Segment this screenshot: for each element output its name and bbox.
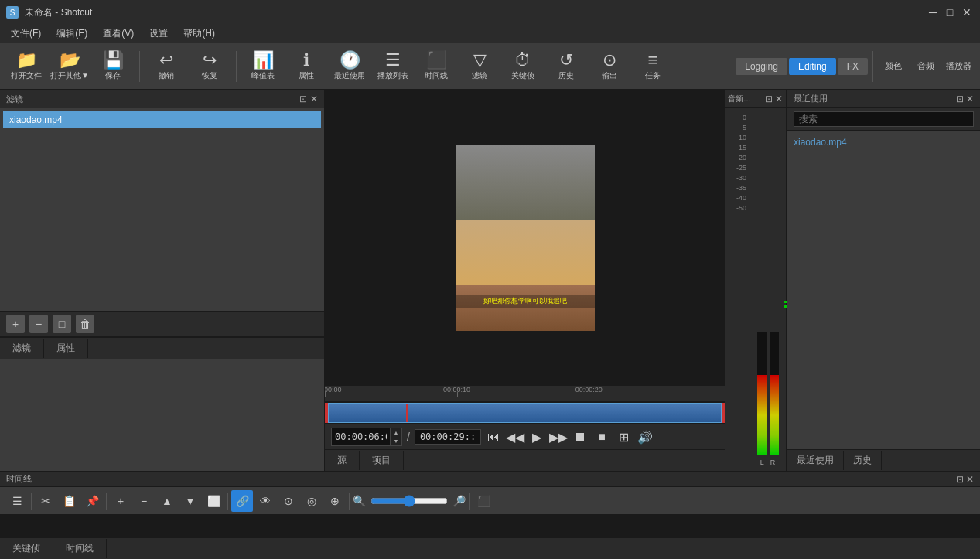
video-clip[interactable] bbox=[328, 403, 722, 423]
transport-grid-button[interactable]: ⊞ bbox=[614, 428, 633, 446]
tl-menu-button[interactable]: ☰ bbox=[6, 490, 28, 512]
timeline-button[interactable]: ⬛ 时间线 bbox=[416, 46, 456, 87]
transport-prev-button[interactable]: ◀◀ bbox=[506, 428, 524, 446]
audio-meter-controls: ⊡ ✕ bbox=[765, 94, 783, 104]
audio-meter-float[interactable]: ⊡ bbox=[765, 94, 773, 104]
filter-add-button[interactable]: + bbox=[6, 315, 25, 333]
tab-recent[interactable]: 最近使用 bbox=[787, 451, 844, 470]
right-panel-tabs: 最近使用 历史 bbox=[787, 449, 980, 471]
filter-remove-button[interactable]: − bbox=[29, 315, 48, 333]
tl-center-button[interactable]: ⊙ bbox=[278, 490, 299, 512]
transport-stop-button[interactable]: ⏹ bbox=[571, 428, 589, 446]
tl-paste-button[interactable]: 📌 bbox=[81, 490, 103, 512]
minimize-button[interactable]: ─ bbox=[926, 5, 940, 19]
transport-play-button[interactable]: ▶ bbox=[528, 428, 546, 446]
player-button[interactable]: 播放器 bbox=[943, 51, 974, 82]
tl-fit-button[interactable]: ⬛ bbox=[473, 490, 494, 512]
filter-button[interactable]: ▽ 滤镜 bbox=[459, 46, 500, 87]
peakmeter-button[interactable]: 📊 峰值表 bbox=[243, 46, 283, 87]
filter-panel-float[interactable]: ⊡ bbox=[299, 94, 307, 104]
output-icon: ⊙ bbox=[603, 52, 616, 69]
timecode-down-button[interactable]: ▼ bbox=[391, 437, 401, 445]
tl-expand-button[interactable]: ⊕ bbox=[324, 490, 346, 512]
output-button[interactable]: ⊙ 输出 bbox=[589, 46, 630, 87]
tab-filter[interactable]: 滤镜 bbox=[0, 339, 44, 358]
tl-scrub-button[interactable]: ◎ bbox=[301, 490, 323, 512]
transport-loop-button[interactable]: ■ bbox=[592, 428, 611, 446]
save-button[interactable]: 💾 保存 bbox=[93, 46, 133, 87]
redo-button[interactable]: ↪ 恢复 bbox=[190, 46, 230, 87]
maximize-button[interactable]: □ bbox=[943, 5, 957, 19]
timeline-label-bar: 时间线 ⊡ ✕ bbox=[0, 471, 980, 486]
close-button[interactable]: ✕ bbox=[960, 5, 974, 19]
transport-volume-button[interactable]: 🔊 bbox=[636, 428, 654, 446]
tl-copy-button[interactable]: 📋 bbox=[58, 490, 80, 512]
color-button[interactable]: 颜色 bbox=[878, 51, 909, 82]
preview-video: 好吧那你想学啊可以哦追吧 bbox=[456, 145, 595, 331]
audio-btn[interactable]: 音频 bbox=[910, 51, 941, 82]
save-icon: 💾 bbox=[103, 52, 124, 69]
editing-layout-button[interactable]: Editing bbox=[789, 58, 836, 75]
task-button[interactable]: ≡ 任务 bbox=[633, 46, 673, 87]
transport-controls: ▲ ▼ / 00:00:29:: ⏮ ◀◀ ▶ ▶▶ ⏹ ■ ⊞ 🔊 bbox=[325, 424, 725, 449]
properties-button[interactable]: ℹ 属性 bbox=[286, 46, 326, 87]
timeline-close[interactable]: ✕ bbox=[966, 474, 974, 485]
tl-up-button[interactable]: ▲ bbox=[156, 490, 178, 512]
tl-down-button[interactable]: ▼ bbox=[179, 490, 201, 512]
meter-labels: 0 -5 -10 -15 -20 -25 -30 -35 -40 -50 bbox=[728, 111, 746, 468]
recent-panel-float[interactable]: ⊡ bbox=[956, 94, 964, 104]
history-button[interactable]: ↺ 历史 bbox=[546, 46, 586, 87]
keyframe-button[interactable]: ⏱ 关键侦 bbox=[503, 46, 543, 87]
timecode-up-button[interactable]: ▲ bbox=[391, 428, 401, 437]
tab-history[interactable]: 历史 bbox=[844, 451, 882, 470]
open-other-button[interactable]: 📂 打开其他▼ bbox=[50, 46, 90, 87]
recent-button[interactable]: 🕐 最近使用 bbox=[330, 46, 370, 87]
open-file-button[interactable]: 📁 打开文件 bbox=[6, 46, 46, 87]
left-panel-tabs: 滤镜 属性 bbox=[0, 337, 324, 359]
menu-settings[interactable]: 设置 bbox=[142, 26, 176, 42]
app-title: 未命名 - Shotcut bbox=[25, 6, 92, 19]
recent-item-0[interactable]: xiaodao.mp4 bbox=[790, 134, 977, 151]
right-panel: 最近使用 ⊡ ✕ xiaodao.mp4 最近使用 历史 bbox=[787, 90, 980, 471]
tl-snap-button[interactable]: 🔗 bbox=[231, 490, 253, 512]
tl-ripple-button[interactable]: 👁 bbox=[254, 490, 276, 512]
menu-help[interactable]: 帮助(H) bbox=[176, 26, 223, 42]
audio-meter-close[interactable]: ✕ bbox=[775, 94, 783, 104]
filter-panel-header: 滤镜 ⊡ ✕ bbox=[0, 90, 324, 108]
filter-panel: 滤镜 ⊡ ✕ xiaodao.mp4 + − □ 🗑 bbox=[0, 90, 324, 337]
tl-add-button[interactable]: + bbox=[110, 490, 131, 512]
undo-button[interactable]: ↩ 撤销 bbox=[146, 46, 186, 87]
meter-left-fill bbox=[757, 375, 767, 455]
zoom-slider[interactable] bbox=[370, 495, 448, 507]
current-timecode[interactable]: ▲ ▼ bbox=[331, 428, 402, 446]
timecode-spin-buttons: ▲ ▼ bbox=[390, 428, 401, 445]
tl-split-button[interactable]: ⬜ bbox=[203, 490, 224, 512]
filter-content: xiaodao.mp4 bbox=[0, 108, 324, 311]
tl-cut-button[interactable]: ✂ bbox=[35, 490, 56, 512]
menu-edit[interactable]: 编辑(E) bbox=[49, 26, 95, 42]
tab-project[interactable]: 项目 bbox=[360, 451, 404, 470]
total-timecode: 00:00:29:: bbox=[415, 429, 481, 445]
search-input[interactable] bbox=[794, 111, 974, 127]
timecode-input[interactable] bbox=[332, 430, 390, 444]
timeline-toolbar: ☰ ✂ 📋 📌 + − ▲ ▼ ⬜ 🔗 👁 ⊙ ◎ ⊕ 🔍 🔎 ⬛ bbox=[0, 486, 980, 514]
recent-panel-close[interactable]: ✕ bbox=[966, 94, 974, 104]
tab-source[interactable]: 源 bbox=[325, 451, 360, 470]
transport-next-button[interactable]: ▶▶ bbox=[549, 428, 568, 446]
filter-file-item[interactable]: xiaodao.mp4 bbox=[3, 111, 321, 128]
playlist-button[interactable]: ☰ 播放列表 bbox=[373, 46, 413, 87]
transport-rewind-button[interactable]: ⏮ bbox=[484, 428, 503, 446]
filter-copy-button[interactable]: □ bbox=[53, 315, 71, 333]
tl-remove-button[interactable]: − bbox=[133, 490, 155, 512]
tab-properties[interactable]: 属性 bbox=[44, 339, 88, 358]
filter-delete-button[interactable]: 🗑 bbox=[76, 315, 94, 333]
tab-timeline[interactable]: 时间线 bbox=[53, 539, 107, 558]
menu-view[interactable]: 查看(V) bbox=[95, 26, 142, 42]
fx-layout-button[interactable]: FX bbox=[838, 58, 868, 75]
menu-file[interactable]: 文件(F) bbox=[3, 26, 49, 42]
timeline-float[interactable]: ⊡ bbox=[956, 474, 964, 485]
audio-meter-panel: 音频… ⊡ ✕ 0 -5 -10 -15 -20 -25 -30 -35 -40 bbox=[725, 90, 787, 471]
logging-layout-button[interactable]: Logging bbox=[736, 58, 787, 75]
filter-panel-close[interactable]: ✕ bbox=[310, 94, 318, 104]
tab-keyframe[interactable]: 关键侦 bbox=[0, 539, 53, 558]
